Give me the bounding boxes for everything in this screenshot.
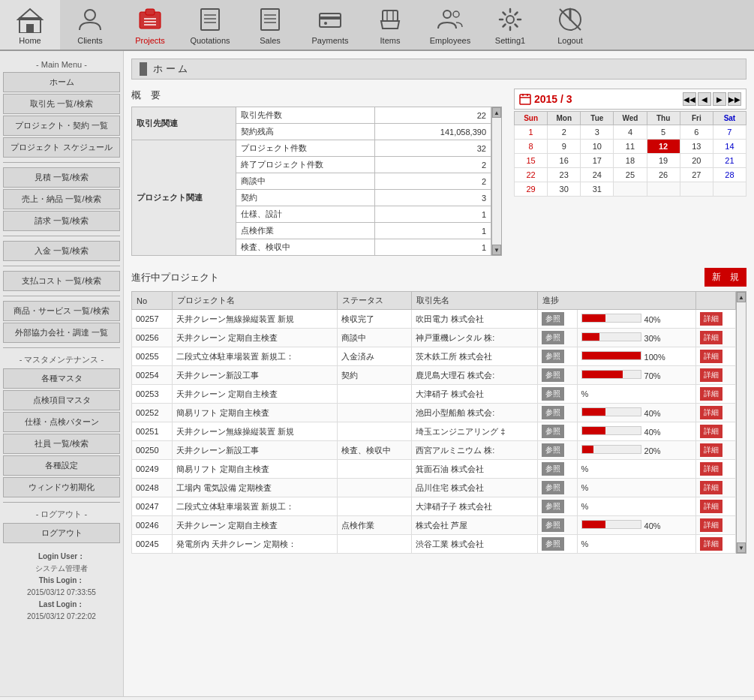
sidebar-btn-logout[interactable]: ログアウト [3, 523, 120, 543]
nav-payments[interactable]: Payments [300, 0, 360, 50]
calendar-day[interactable]: 24 [581, 168, 614, 182]
ref-button[interactable]: 参照 [542, 312, 564, 326]
sidebar-btn-sales[interactable]: 売上・納品 一覧/検索 [3, 189, 120, 209]
calendar-day[interactable]: 18 [614, 154, 647, 168]
calendar-day[interactable]: 4 [614, 125, 647, 140]
detail-button[interactable]: 詳細 [700, 425, 722, 438]
scroll-up-btn[interactable]: ▲ [492, 107, 501, 118]
calendar-day[interactable]: 16 [548, 154, 581, 168]
proj-scroll-down[interactable]: ▼ [737, 542, 746, 553]
calendar-day[interactable]: 17 [581, 154, 614, 168]
ref-button[interactable]: 参照 [542, 406, 564, 419]
calendar-day[interactable]: 6 [680, 125, 713, 140]
sidebar-btn-payments[interactable]: 入金 一覧/検索 [3, 241, 120, 261]
nav-setting1[interactable]: Setting1 [480, 0, 540, 50]
calendar-day[interactable]: 21 [713, 154, 746, 168]
new-project-btn[interactable]: 新 規 [704, 268, 746, 287]
sidebar-btn-init[interactable]: ウィンドウ初期化 [3, 477, 120, 497]
detail-button[interactable]: 詳細 [700, 406, 722, 419]
sidebar-btn-settings[interactable]: 各種設定 [3, 455, 120, 476]
sidebar-btn-master[interactable]: 各種マスタ [3, 368, 120, 389]
nav-logout[interactable]: Logout [540, 0, 600, 50]
sidebar-btn-inspection[interactable]: 点検項目マスタ [3, 390, 120, 410]
calendar-day[interactable]: 11 [614, 140, 647, 154]
ref-button[interactable]: 参照 [542, 462, 564, 476]
ref-button[interactable]: 参照 [542, 368, 564, 382]
summary-scrollbar[interactable]: ▲ ▼ [491, 107, 502, 256]
ref-button[interactable]: 参照 [542, 350, 564, 363]
detail-button[interactable]: 詳細 [700, 443, 722, 457]
calendar-day[interactable]: 14 [713, 140, 746, 154]
cal-next-btn[interactable]: ▶ [713, 92, 726, 106]
calendar-day[interactable]: 12 [647, 140, 680, 154]
sidebar-btn-clients[interactable]: 取引先 一覧/検索 [3, 94, 120, 114]
calendar-day[interactable]: 31 [581, 182, 614, 197]
detail-button[interactable]: 詳細 [700, 368, 722, 382]
nav-home[interactable]: Home [0, 0, 60, 50]
nav-clients[interactable]: Clients [60, 0, 120, 50]
calendar-day[interactable]: 25 [614, 168, 647, 182]
projects-scrollbar[interactable]: ▲ ▼ [736, 291, 746, 554]
calendar-day[interactable]: 9 [548, 140, 581, 154]
cal-th-fri: Fri [680, 112, 713, 125]
table-row: 00253天井クレーン 定期自主検査大津硝子 株式会社参照%詳細 [132, 385, 736, 404]
detail-button[interactable]: 詳細 [700, 481, 722, 494]
ref-button[interactable]: 参照 [542, 518, 564, 532]
calendar-day[interactable]: 27 [680, 168, 713, 182]
sidebar-btn-estimates[interactable]: 見積 一覧/検索 [3, 167, 120, 188]
sidebar-btn-pattern[interactable]: 仕様・点検パターン [3, 412, 120, 432]
calendar-day[interactable]: 30 [548, 182, 581, 197]
sidebar-btn-costs[interactable]: 支払コスト 一覧/検索 [3, 271, 120, 291]
sidebar-btn-employees[interactable]: 社員 一覧/検索 [3, 434, 120, 454]
ref-button[interactable]: 参照 [542, 481, 564, 494]
calendar-day[interactable]: 10 [581, 140, 614, 154]
detail-button[interactable]: 詳細 [700, 518, 722, 532]
ref-button[interactable]: 参照 [542, 500, 564, 513]
sidebar-btn-products[interactable]: 商品・サービス 一覧/検索 [3, 301, 120, 321]
calendar-day[interactable]: 13 [680, 140, 713, 154]
proj-scroll-up[interactable]: ▲ [737, 292, 746, 302]
nav-items[interactable]: Items [360, 0, 420, 50]
nav-sales[interactable]: Sales [240, 0, 300, 50]
sidebar-btn-projects[interactable]: プロジェクト・契約 一覧 [3, 116, 120, 136]
scroll-down-btn[interactable]: ▼ [492, 245, 501, 255]
calendar-day[interactable]: 28 [713, 168, 746, 182]
cal-first-btn[interactable]: ◀◀ [683, 92, 696, 106]
nav-employees[interactable]: Employees [420, 0, 480, 50]
calendar-day[interactable]: 22 [515, 168, 548, 182]
ref-button[interactable]: 参照 [542, 387, 564, 401]
calendar-day[interactable]: 3 [581, 125, 614, 140]
detail-button[interactable]: 詳細 [700, 462, 722, 476]
nav-quotations[interactable]: Quotations [180, 0, 240, 50]
calendar-day[interactable]: 8 [515, 140, 548, 154]
cal-last-btn[interactable]: ▶▶ [728, 92, 741, 106]
sidebar-btn-home[interactable]: ホーム [3, 72, 120, 92]
calendar-day[interactable]: 15 [515, 154, 548, 168]
detail-button[interactable]: 詳細 [700, 331, 722, 344]
detail-button[interactable]: 詳細 [700, 350, 722, 363]
detail-button[interactable]: 詳細 [700, 387, 722, 401]
calendar-day[interactable]: 1 [515, 125, 548, 140]
calendar-day[interactable]: 29 [515, 182, 548, 197]
cal-prev-btn[interactable]: ◀ [698, 92, 711, 106]
ref-button[interactable]: 参照 [542, 331, 564, 344]
ref-button[interactable]: 参照 [542, 443, 564, 457]
calendar-day[interactable]: 23 [548, 168, 581, 182]
calendar-day[interactable]: 2 [548, 125, 581, 140]
ref-button[interactable]: 参照 [542, 425, 564, 438]
calendar-day[interactable]: 19 [647, 154, 680, 168]
detail-button[interactable]: 詳細 [700, 500, 722, 513]
calendar-day[interactable]: 26 [647, 168, 680, 182]
sidebar-btn-schedule[interactable]: プロジェクト スケジュール [3, 137, 120, 158]
ref-button[interactable]: 参照 [542, 537, 564, 551]
calendar-day[interactable]: 20 [680, 154, 713, 168]
col-actions [696, 292, 736, 310]
detail-button[interactable]: 詳細 [700, 312, 722, 326]
nav-projects[interactable]: Projects [120, 0, 180, 50]
sidebar-btn-partners[interactable]: 外部協力会社・調達 一覧 [3, 323, 120, 343]
calendar-day[interactable]: 5 [647, 125, 680, 140]
calendar-day[interactable]: 7 [713, 125, 746, 140]
detail-button[interactable]: 詳細 [700, 537, 722, 551]
sidebar-btn-invoices[interactable]: 請求 一覧/検索 [3, 211, 120, 231]
calendar: 2015 / 3 ◀◀ ◀ ▶ ▶▶ Sun Mon Tue [514, 89, 746, 256]
